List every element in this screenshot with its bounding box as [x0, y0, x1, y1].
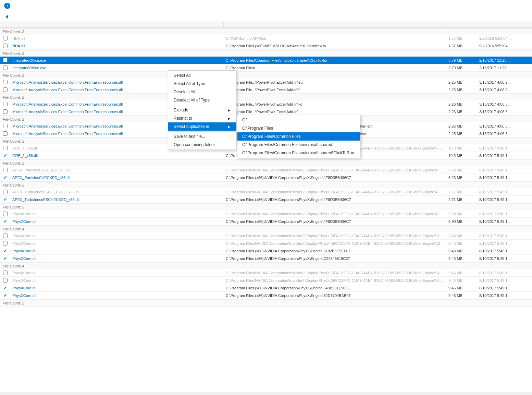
file-checkbox-cell[interactable]	[0, 167, 10, 173]
submenu-item-2[interactable]: C:\Program Files\Common Files	[237, 132, 360, 141]
file-row[interactable]: ✔PhysXCore.dllC:\Program Files (x86)\NVI…	[0, 284, 532, 292]
file-checkbox[interactable]	[3, 234, 8, 238]
file-checkbox[interactable]	[3, 124, 8, 128]
col-date-header[interactable]	[477, 22, 532, 27]
col-path-header[interactable]	[224, 22, 446, 27]
file-row[interactable]: ✔PhysXCore.dllC:\Program Files (x86)\NVI…	[0, 218, 532, 225]
file-checkbox[interactable]	[3, 146, 8, 150]
file-checkbox-cell[interactable]	[0, 123, 10, 129]
file-row[interactable]: PhysXCore.dllC:\Program Files\NVIDIA Cor…	[0, 240, 532, 247]
file-date-cell: 2/18/2017 11:28:...	[477, 58, 532, 63]
file-row[interactable]: APEX_TurbulenceFSCHECKED_x86.dllC:\Progr…	[0, 188, 532, 196]
file-row[interactable]: Microsoft.AnalysisServices.Excel.Common.…	[0, 79, 532, 86]
file-row[interactable]: NDA.dllC:\Program Files (x86)\MSI\MSI OC…	[0, 42, 532, 50]
col-name-header[interactable]	[10, 22, 224, 27]
file-row[interactable]: PhysXCore.dllC:\Program Files\NVIDIA Cor…	[0, 269, 532, 277]
file-checkbox-cell[interactable]	[0, 35, 10, 41]
file-checkbox-cell[interactable]: ✔	[0, 292, 10, 298]
menu-item-3[interactable]: Deselect All of Type	[168, 96, 236, 104]
file-row[interactable]: PhysXCore.dllC:\Program Files\NVIDIA Cor…	[0, 210, 532, 218]
file-checkbox-cell[interactable]: ✔	[0, 153, 10, 158]
scroll-area[interactable]: File Count: 2NDA.dllC:\MSI\Gaming APP\Li…	[0, 28, 532, 392]
file-row[interactable]: ✔APEX_TurbulenceFSCHECKED_x86.dllC:\Prog…	[0, 196, 532, 203]
group-header-row-11: File Count: 2	[0, 300, 532, 306]
file-checkbox-cell[interactable]: ✔	[0, 285, 10, 291]
file-checkbox-cell[interactable]	[0, 211, 10, 217]
file-row[interactable]: Microsoft.AnalysisServices.Excel.Common.…	[0, 108, 532, 116]
file-row[interactable]: ✔APEX_ParticlesCHECKED_x86.dllC:\Program…	[0, 174, 532, 181]
file-date-cell: 8/10/2017 5:49:1...	[477, 278, 532, 283]
file-checkbox-cell[interactable]	[0, 101, 10, 107]
file-checkbox-cell[interactable]	[0, 277, 10, 283]
file-checkbox[interactable]	[3, 58, 8, 62]
file-checkbox[interactable]	[3, 109, 8, 114]
file-checkbox[interactable]	[3, 80, 8, 84]
file-checkbox[interactable]	[3, 212, 8, 216]
file-checkbox[interactable]	[3, 131, 8, 136]
file-checkbox-cell[interactable]	[0, 43, 10, 49]
file-row[interactable]: Microsoft.AnalysisServices.Excel.Common.…	[0, 100, 532, 108]
file-path-cell: C:\MSI\Gaming APP\Lib	[224, 36, 446, 41]
file-checkbox[interactable]	[3, 168, 8, 172]
file-checkbox[interactable]	[3, 190, 8, 194]
file-row[interactable]: ✔PhysXCore.dllC:\Program Files (x86)\NVI…	[0, 292, 532, 299]
file-checkbox[interactable]	[3, 87, 8, 92]
file-checkbox-cell[interactable]: ✔	[0, 218, 10, 224]
group-label-8: File Count: 2	[0, 204, 532, 210]
file-checkbox[interactable]	[3, 44, 8, 48]
file-name-cell: APEX_ParticlesCHECKED_x86.dll	[10, 175, 224, 180]
file-checkbox-cell[interactable]: ✔	[0, 175, 10, 180]
submenu-item-1[interactable]: C:\Program Files	[237, 124, 360, 132]
file-name-cell: PhysXCore.dll	[10, 270, 224, 276]
menu-divider	[168, 131, 236, 132]
file-checkbox-cell[interactable]	[0, 87, 10, 93]
file-checkbox-cell[interactable]	[0, 233, 10, 239]
menu-item-2[interactable]: Deselect All	[168, 88, 236, 96]
file-row[interactable]: PhysXCore.dllC:\Program Files\NVIDIA Cor…	[0, 277, 532, 284]
file-checkbox-cell[interactable]	[0, 57, 10, 63]
file-checkbox-cell[interactable]	[0, 131, 10, 136]
file-checkbox-cell[interactable]: ✔	[0, 255, 10, 261]
file-checkbox-cell[interactable]	[0, 270, 10, 276]
file-checkbox-cell[interactable]	[0, 79, 10, 85]
file-date-cell: 8/10/2017 5:49:1...	[477, 197, 532, 202]
file-checkbox[interactable]	[3, 102, 8, 106]
file-checkbox-cell[interactable]	[0, 240, 10, 246]
file-row[interactable]: IntegratedOffice.exeC:\Program Files\...…	[0, 64, 532, 72]
submenu-item-0[interactable]: C:\	[237, 116, 360, 124]
file-row[interactable]: ✔PhysXCore.dllC:\Program Files (x86)\NVI…	[0, 255, 532, 262]
file-row[interactable]: Microsoft.AnalysisServices.Excel.Common.…	[0, 86, 532, 94]
file-row[interactable]: APEX_ParticlesCHECKED_x86.dllC:\Program …	[0, 166, 532, 174]
file-name-cell: NDA.dll	[10, 43, 224, 49]
file-checkbox-cell[interactable]: ✔	[0, 196, 10, 202]
file-row[interactable]: ✔PhysXCore.dllC:\Program Files (x86)\NVI…	[0, 247, 532, 255]
file-row[interactable]: NDA.dllC:\MSI\Gaming APP\Lib1.57 MB9/2/2…	[0, 35, 532, 42]
menu-item-6[interactable]: Select duplicates in▶	[168, 122, 236, 131]
file-date-cell: 3/15/2017 4:06:2...	[477, 87, 532, 93]
file-checkbox-cell[interactable]	[0, 109, 10, 115]
file-row[interactable]: IntegratedOffice.exeC:\Program Files\Com…	[0, 57, 532, 64]
group-header-row-1: File Count: 2	[0, 50, 532, 57]
file-checkbox[interactable]	[3, 36, 8, 40]
file-checkbox[interactable]	[3, 278, 8, 283]
file-checkbox-cell[interactable]	[0, 145, 10, 151]
file-checkbox[interactable]	[3, 65, 8, 70]
file-checkbox-cell[interactable]	[0, 189, 10, 195]
menu-item-7[interactable]: Save to text file...	[168, 132, 236, 141]
menu-item-0[interactable]: Select All	[168, 71, 236, 80]
col-size-header[interactable]	[446, 22, 477, 27]
file-checkbox[interactable]	[3, 241, 8, 246]
menu-item-5[interactable]: Restrict to▶	[168, 114, 236, 122]
group-header-row-3: File Count: 2	[0, 94, 532, 100]
file-checkbox-cell[interactable]: ✔	[0, 248, 10, 254]
submenu-item-3[interactable]: C:\Program Files\Common Files\microsoft …	[237, 141, 360, 149]
file-checkbox-cell[interactable]	[0, 65, 10, 71]
file-date-cell: 3/15/2017 4:06:3...	[477, 109, 532, 115]
menu-item-1[interactable]: Select All of Type	[168, 80, 236, 88]
file-row[interactable]: PhysXCore.dllC:\Program Files\NVIDIA Cor…	[0, 232, 532, 240]
menu-item-8[interactable]: Open containing folder	[168, 141, 236, 149]
back-button[interactable]	[4, 14, 11, 20]
submenu-item-4[interactable]: C:\Program Files\Common Files\microsoft …	[237, 149, 360, 157]
file-checkbox[interactable]	[3, 271, 8, 275]
menu-item-4[interactable]: Exclude▶	[168, 106, 236, 114]
